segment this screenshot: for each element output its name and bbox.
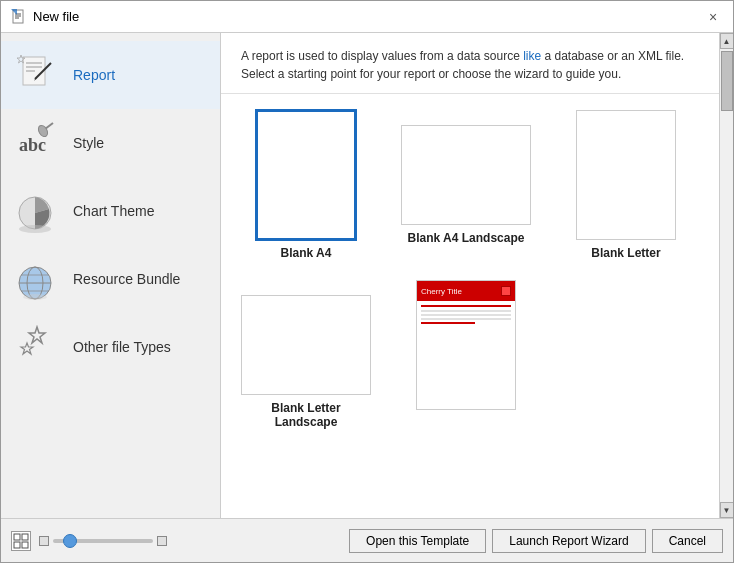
template-thumb-cherry: Cherry Title <box>416 280 516 410</box>
zoom-thumb[interactable] <box>63 534 77 548</box>
templates-area: Blank A4 Blank A4 Landscape Blank Letter <box>221 94 719 518</box>
sidebar: Report abc Style <box>1 33 221 518</box>
svg-rect-26 <box>22 534 28 540</box>
sidebar-item-other[interactable]: Other file Types <box>1 313 220 381</box>
sidebar-style-label: Style <box>73 135 104 151</box>
title-bar-left: New file <box>11 9 79 25</box>
template-label-blank-letter: Blank Letter <box>591 246 660 260</box>
sidebar-report-label: Report <box>73 67 115 83</box>
template-blank-a4-landscape[interactable]: Blank A4 Landscape <box>401 110 531 260</box>
svg-rect-27 <box>14 542 20 548</box>
sidebar-resource-label: Resource Bundle <box>73 271 180 287</box>
sidebar-item-report[interactable]: Report <box>1 41 220 109</box>
svg-rect-28 <box>22 542 28 548</box>
chart-theme-icon <box>13 187 61 235</box>
template-cherry[interactable]: Cherry Title <box>401 280 531 429</box>
svg-marker-24 <box>21 343 33 354</box>
dialog-title: New file <box>33 9 79 24</box>
svg-text:abc: abc <box>19 135 46 155</box>
template-thumb-blank-a4-landscape <box>401 125 531 225</box>
scrollbar[interactable]: ▲ ▼ <box>719 33 733 518</box>
zoom-icon[interactable] <box>11 531 31 551</box>
sidebar-chart-label: Chart Theme <box>73 203 154 219</box>
template-thumb-blank-a4 <box>256 110 356 240</box>
resource-bundle-icon <box>13 255 61 303</box>
sidebar-other-label: Other file Types <box>73 339 171 355</box>
style-icon: abc <box>13 119 61 167</box>
sidebar-item-chart-theme[interactable]: Chart Theme <box>1 177 220 245</box>
template-label-blank-letter-landscape: Blank Letter Landscape <box>241 401 371 429</box>
app-icon <box>11 9 27 25</box>
svg-marker-23 <box>29 327 45 343</box>
sidebar-item-resource-bundle[interactable]: Resource Bundle <box>1 245 220 313</box>
footer-left <box>11 531 167 551</box>
template-label-blank-a4-landscape: Blank A4 Landscape <box>408 231 525 245</box>
close-button[interactable]: × <box>703 7 723 27</box>
svg-point-22 <box>23 294 47 300</box>
footer: Open this Template Launch Report Wizard … <box>1 518 733 562</box>
template-thumb-blank-letter-landscape <box>241 295 371 395</box>
scroll-up-button[interactable]: ▲ <box>720 33 734 49</box>
scroll-thumb[interactable] <box>721 51 733 111</box>
zoom-slider[interactable] <box>53 539 153 543</box>
title-bar: New file × <box>1 1 733 33</box>
svg-rect-25 <box>14 534 20 540</box>
templates-grid: Blank A4 Blank A4 Landscape Blank Letter <box>241 110 699 429</box>
template-blank-a4[interactable]: Blank A4 <box>241 110 371 260</box>
other-file-types-icon <box>13 323 61 371</box>
new-file-dialog: New file × <box>0 0 734 563</box>
scroll-down-button[interactable]: ▼ <box>720 502 734 518</box>
description-area: A report is used to display values from … <box>221 33 719 94</box>
launch-wizard-button[interactable]: Launch Report Wizard <box>492 529 645 553</box>
cancel-button[interactable]: Cancel <box>652 529 723 553</box>
template-blank-letter-landscape[interactable]: Blank Letter Landscape <box>241 280 371 429</box>
zoom-decrease-button[interactable] <box>39 536 49 546</box>
main-panel: A report is used to display values from … <box>221 33 719 518</box>
svg-point-16 <box>19 225 51 233</box>
sidebar-item-style[interactable]: abc Style <box>1 109 220 177</box>
template-blank-letter[interactable]: Blank Letter <box>561 110 691 260</box>
template-label-blank-a4: Blank A4 <box>281 246 332 260</box>
open-template-button[interactable]: Open this Template <box>349 529 486 553</box>
report-icon <box>13 51 61 99</box>
footer-right: Open this Template Launch Report Wizard … <box>349 529 723 553</box>
content-area: Report abc Style <box>1 33 733 518</box>
zoom-slider-container <box>39 536 167 546</box>
zoom-increase-button[interactable] <box>157 536 167 546</box>
template-thumb-blank-letter <box>576 110 676 240</box>
